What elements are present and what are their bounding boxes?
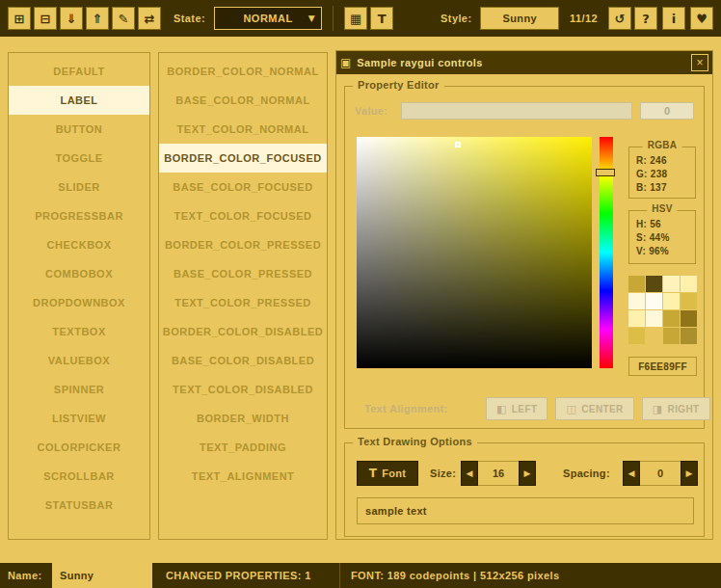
text-alignment-label: Text Alignment: bbox=[364, 403, 447, 414]
control-item-spinner[interactable]: SPINNER bbox=[9, 375, 149, 404]
align-center-button[interactable]: ◫ CENTER bbox=[555, 397, 633, 420]
property-item-base-color-normal[interactable]: BASE_COLOR_NORMAL bbox=[159, 86, 327, 115]
color-swatch[interactable] bbox=[628, 328, 645, 344]
name-label: Name: bbox=[8, 563, 42, 588]
color-swatch[interactable] bbox=[646, 293, 662, 309]
color-swatch[interactable] bbox=[663, 293, 680, 309]
file-new-button[interactable]: ⊞ bbox=[8, 7, 31, 30]
color-swatch[interactable] bbox=[646, 328, 662, 344]
hsv-label: HSV bbox=[647, 203, 677, 214]
spacing-decrease-button[interactable]: ◀ bbox=[623, 461, 640, 486]
control-item-combobox[interactable]: COMBOBOX bbox=[9, 259, 149, 288]
rgba-red-value: R: 246 bbox=[636, 154, 695, 168]
property-item-text-padding[interactable]: TEXT_PADDING bbox=[159, 433, 327, 462]
alignment-button-label: LEFT bbox=[512, 404, 538, 414]
control-item-scrollbar[interactable]: SCROLLBAR bbox=[9, 462, 149, 491]
sample-window-titlebar[interactable]: ▣ Sample raygui controls × bbox=[336, 51, 712, 74]
changed-properties-status: CHANGED PROPERTIES: 1 bbox=[166, 563, 311, 588]
property-item-text-color-pressed[interactable]: TEXT_COLOR_PRESSED bbox=[159, 288, 327, 317]
text-edit-button[interactable]: T bbox=[370, 7, 393, 30]
property-item-text-alignment[interactable]: TEXT_ALIGNMENT bbox=[159, 462, 327, 491]
style-index: 11/12 bbox=[570, 13, 598, 24]
hex-color-input[interactable]: F6EE89FF bbox=[628, 357, 697, 376]
font-load-button[interactable]: T Font bbox=[357, 461, 418, 486]
style-name-input[interactable]: Sunny bbox=[52, 563, 152, 588]
size-value[interactable]: 16 bbox=[478, 461, 519, 486]
property-item-text-color-normal[interactable]: TEXT_COLOR_NORMAL bbox=[159, 115, 327, 144]
property-item-base-color-disabled[interactable]: BASE_COLOR_DISABLED bbox=[159, 346, 327, 375]
control-item-valuebox[interactable]: VALUEBOX bbox=[9, 346, 149, 375]
control-item-listview[interactable]: LISTVIEW bbox=[9, 404, 149, 433]
property-item-border-width[interactable]: BORDER_WIDTH bbox=[159, 404, 327, 433]
property-item-base-color-focused[interactable]: BASE_COLOR_FOCUSED bbox=[159, 173, 327, 201]
style-edit-button[interactable]: ✎ bbox=[112, 7, 135, 30]
control-item-button[interactable]: BUTTON bbox=[9, 115, 149, 144]
style-name-button[interactable]: Sunny bbox=[480, 7, 559, 30]
property-item-border-color-normal[interactable]: BORDER_COLOR_NORMAL bbox=[159, 57, 327, 86]
color-swatch[interactable] bbox=[681, 293, 697, 309]
size-increase-button[interactable]: ▶ bbox=[519, 461, 536, 486]
align-right-button[interactable]: ◨ RIGHT bbox=[642, 397, 710, 420]
color-panel[interactable] bbox=[357, 137, 592, 368]
hsv-hue-value: H: 56 bbox=[636, 218, 695, 231]
state-dropdown-value: NORMAL bbox=[243, 13, 292, 24]
size-label: Size: bbox=[430, 468, 456, 479]
color-swatch[interactable] bbox=[681, 328, 697, 344]
control-item-textbox[interactable]: TEXTBOX bbox=[9, 317, 149, 346]
sample-text-input[interactable]: sample text bbox=[357, 497, 694, 524]
color-swatch[interactable] bbox=[663, 328, 680, 344]
color-panel-cursor[interactable] bbox=[455, 142, 461, 147]
hue-bar-cursor[interactable] bbox=[596, 169, 615, 176]
property-item-border-color-disabled[interactable]: BORDER_COLOR_DISABLED bbox=[159, 317, 327, 346]
file-open-button[interactable]: ⊟ bbox=[34, 7, 57, 30]
control-item-dropdownbox[interactable]: DROPDOWNBOX bbox=[9, 288, 149, 317]
style-random-button[interactable]: ⇄ bbox=[138, 7, 161, 30]
info-button[interactable]: i bbox=[662, 7, 685, 30]
property-item-border-color-pressed[interactable]: BORDER_COLOR_PRESSED bbox=[159, 230, 327, 259]
help-button[interactable]: ? bbox=[634, 7, 657, 30]
color-swatch[interactable] bbox=[646, 276, 662, 292]
control-item-statusbar[interactable]: STATUSBAR bbox=[9, 491, 149, 520]
spacing-increase-button[interactable]: ▶ bbox=[681, 461, 698, 486]
color-swatch[interactable] bbox=[663, 310, 680, 327]
align-left-button[interactable]: ◧ LEFT bbox=[486, 397, 547, 420]
controls-list-panel: DEFAULTLABELBUTTONTOGGLESLIDERPROGRESSBA… bbox=[8, 52, 150, 540]
property-item-base-color-pressed[interactable]: BASE_COLOR_PRESSED bbox=[159, 259, 327, 288]
color-swatch[interactable] bbox=[628, 310, 645, 327]
hue-bar[interactable] bbox=[600, 137, 613, 368]
text-drawing-options-group: Text Drawing Options T Font Size: ◀ 16 ▶… bbox=[344, 442, 705, 537]
control-item-checkbox[interactable]: CHECKBOX bbox=[9, 230, 149, 259]
value-box[interactable]: 0 bbox=[640, 102, 694, 120]
style-reload-button[interactable]: ↺ bbox=[608, 7, 631, 30]
color-swatch[interactable] bbox=[646, 310, 662, 327]
file-save-button[interactable]: ⇓ bbox=[60, 7, 83, 30]
file-buttons-group: ⊞⊟⇓⇑✎⇄ bbox=[8, 7, 161, 30]
color-swatch[interactable] bbox=[628, 276, 645, 292]
color-swatch[interactable] bbox=[681, 276, 697, 292]
file-export-button[interactable]: ⇑ bbox=[86, 7, 109, 30]
size-decrease-button[interactable]: ◀ bbox=[461, 461, 478, 486]
alignment-button-label: RIGHT bbox=[668, 404, 700, 414]
control-item-colorpicker[interactable]: COLORPICKER bbox=[9, 433, 149, 462]
state-dropdown[interactable]: NORMAL ▼ bbox=[214, 7, 322, 30]
property-item-text-color-focused[interactable]: TEXT_COLOR_FOCUSED bbox=[159, 201, 327, 230]
toolbar-separator bbox=[333, 6, 334, 31]
control-item-slider[interactable]: SLIDER bbox=[9, 173, 149, 201]
control-item-progressbar[interactable]: PROGRESSBAR bbox=[9, 201, 149, 230]
control-item-label[interactable]: LABEL bbox=[9, 86, 149, 115]
property-item-text-color-disabled[interactable]: TEXT_COLOR_DISABLED bbox=[159, 375, 327, 404]
color-swatch[interactable] bbox=[681, 310, 697, 327]
close-icon[interactable]: × bbox=[691, 54, 708, 71]
spacing-value[interactable]: 0 bbox=[640, 461, 681, 486]
hsv-value-value: V: 96% bbox=[636, 245, 695, 258]
property-item-border-color-focused[interactable]: BORDER_COLOR_FOCUSED bbox=[159, 144, 327, 173]
grid-toggle-button[interactable]: ▦ bbox=[344, 7, 367, 30]
sponsor-heart-button[interactable]: ♥ bbox=[690, 7, 713, 30]
control-item-default[interactable]: DEFAULT bbox=[9, 57, 149, 86]
value-slider[interactable] bbox=[401, 102, 632, 120]
size-spinner: ◀ 16 ▶ bbox=[461, 461, 536, 486]
control-item-toggle[interactable]: TOGGLE bbox=[9, 144, 149, 173]
color-swatch[interactable] bbox=[663, 276, 680, 292]
color-swatch[interactable] bbox=[628, 293, 645, 309]
alignment-icon: ◫ bbox=[566, 403, 576, 415]
